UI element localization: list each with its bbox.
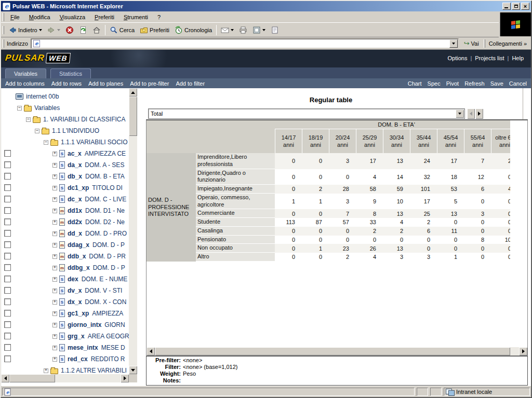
expander-plus-icon[interactable]: +	[52, 186, 57, 190]
tree-item-1-variabili-di-classifica[interactable]: −1. VARIABILI DI CLASSIFICA	[1, 114, 129, 125]
expander-minus-icon[interactable]: −	[17, 106, 22, 111]
expander-plus-icon[interactable]: +	[52, 254, 57, 259]
total-selector[interactable]: Total	[148, 108, 465, 119]
links-bar[interactable]: Collegamenti »	[487, 40, 529, 47]
address-field[interactable]: e	[31, 38, 459, 49]
expander-minus-icon[interactable]: −	[44, 140, 48, 145]
print-button[interactable]	[236, 24, 250, 36]
tree-item-dc1_xp[interactable]: +Sdc1_xpTITOLO DI	[1, 182, 129, 194]
tree-item-1-1-l-individuo[interactable]: −1.1 L'INDIVIDUO	[1, 125, 129, 136]
edit-button[interactable]	[268, 24, 282, 36]
next-plane-button[interactable]	[475, 108, 483, 119]
toolbar-grip[interactable]	[3, 39, 4, 48]
tree-item-giorno_intx[interactable]: +Sgiorno_intxGIORN	[1, 319, 129, 331]
tree-item-ddag_x[interactable]: +mddag_xDOM. D - P	[1, 239, 129, 251]
menu-item-modifica[interactable]: Modifica	[24, 12, 55, 22]
expander-plus-icon[interactable]: +	[52, 346, 57, 350]
tree-item-ddbg_x[interactable]: +mddbg_xDOM. D - P	[1, 262, 129, 273]
menu-item-strumenti[interactable]: Strumenti	[119, 12, 153, 22]
tree-item-gc1_xp[interactable]: +Sgc1_xpAMPIEZZA	[1, 308, 129, 319]
tree-item-red_cx[interactable]: +Sred_cxREDDITO R	[1, 353, 129, 365]
tree-vertical-scrollbar[interactable]	[129, 88, 137, 374]
variable-checkbox[interactable]	[4, 344, 11, 351]
refresh-button[interactable]	[76, 24, 90, 36]
menu-item-preferiti[interactable]: Preferiti	[90, 12, 119, 22]
toolbar-grip[interactable]	[3, 13, 4, 21]
tree-item-variables[interactable]: −Variables	[1, 102, 129, 114]
home-button[interactable]	[90, 24, 103, 36]
action-pivot[interactable]: Pivot	[446, 80, 459, 87]
action-cancel[interactable]: Cancel	[509, 80, 527, 87]
menu-item-item[interactable]: ?	[153, 12, 165, 22]
variable-checkbox[interactable]	[4, 150, 11, 157]
scroll-down-button[interactable]	[129, 366, 137, 374]
mail-button[interactable]	[218, 24, 236, 36]
table-horizontal-scrollbar[interactable]	[147, 347, 527, 355]
variable-checkbox[interactable]	[4, 184, 11, 191]
variable-checkbox[interactable]	[4, 276, 11, 282]
expander-plus-icon[interactable]: +	[52, 277, 57, 282]
expander-plus-icon[interactable]: +	[52, 357, 57, 362]
scrollbar-thumb[interactable]	[9, 374, 55, 382]
variable-checkbox[interactable]	[4, 196, 11, 202]
selector-dropdown-button[interactable]	[456, 109, 464, 118]
tree-item-1-1-2-altre-variabili[interactable]: +1.1.2 ALTRE VARIABILI	[1, 365, 129, 374]
menu-item-file[interactable]: File	[6, 12, 24, 22]
expander-plus-icon[interactable]: +	[52, 163, 57, 168]
header-link-help[interactable]: Help	[512, 55, 524, 61]
stop-button[interactable]	[63, 24, 76, 36]
scroll-left-button[interactable]	[1, 374, 9, 382]
tree-horizontal-scrollbar[interactable]	[1, 374, 129, 382]
variable-checkbox[interactable]	[4, 264, 11, 271]
action-refresh[interactable]: Refresh	[464, 80, 485, 87]
tab-variables[interactable]: Variables	[5, 68, 46, 79]
action-chart[interactable]: Chart	[408, 80, 422, 87]
expander-plus-icon[interactable]: +	[52, 243, 57, 248]
tree-item-dv_x[interactable]: +Sdv_xDOM. V - STI	[1, 285, 129, 296]
forward-button[interactable]	[45, 24, 63, 36]
menu-item-visualizza[interactable]: Visualizza	[55, 12, 90, 22]
tree-item-dc_x[interactable]: +Sdc_xDOM. C - LIVE	[1, 194, 129, 205]
expander-plus-icon[interactable]: +	[52, 197, 57, 202]
tree-item-dd_x[interactable]: +mdd_xDOM. D - PRO	[1, 228, 129, 239]
tab-statistics[interactable]: Statistics	[50, 68, 91, 79]
tree-item-internet-00b[interactable]: internet 00b	[1, 91, 129, 102]
scrollbar-thumb[interactable]	[129, 97, 137, 136]
tree-item-ac_x[interactable]: +Sac_xAMPIEZZA CE	[1, 148, 129, 159]
history-button[interactable]: Cronologia	[172, 24, 215, 36]
action-add-to-rows[interactable]: Add to rows	[51, 80, 82, 87]
toolbar-grip[interactable]	[484, 39, 485, 48]
action-add-to-planes[interactable]: Add to planes	[88, 80, 123, 87]
favorites-button[interactable]: Preferiti	[137, 24, 172, 36]
scroll-right-button[interactable]	[519, 347, 527, 355]
expander-plus-icon[interactable]: +	[52, 289, 57, 293]
expander-plus-icon[interactable]: +	[52, 334, 57, 339]
fullscreen-button[interactable]	[250, 24, 268, 36]
close-button[interactable]: ×	[521, 3, 529, 10]
search-button[interactable]: Cerca	[107, 24, 137, 36]
tree-item-mese_intx[interactable]: +Smese_intxMESE D	[1, 342, 129, 353]
restore-button[interactable]	[512, 3, 520, 10]
variable-checkbox[interactable]	[4, 310, 11, 317]
action-add-to-filter[interactable]: Add to filter	[176, 80, 205, 87]
scroll-left-button[interactable]	[147, 347, 155, 355]
expander-plus-icon[interactable]: +	[44, 368, 48, 373]
expander-plus-icon[interactable]: +	[52, 220, 57, 225]
expander-plus-icon[interactable]: +	[52, 323, 57, 327]
tree-item-dd2x[interactable]: +mdd2xDOM. D2 - Ne	[1, 216, 129, 228]
expander-plus-icon[interactable]: +	[52, 209, 57, 213]
prev-plane-button[interactable]	[467, 108, 475, 119]
expander-plus-icon[interactable]: +	[52, 266, 57, 270]
variable-checkbox[interactable]	[4, 321, 11, 328]
variable-checkbox[interactable]	[4, 355, 11, 362]
tree-item-1-1-1-variabili-socio[interactable]: −1.1.1 VARIABILI SOCIO	[1, 136, 129, 148]
variable-checkbox[interactable]	[4, 161, 11, 168]
expander-plus-icon[interactable]: +	[52, 174, 57, 179]
address-input[interactable]	[42, 40, 458, 47]
variable-checkbox[interactable]	[4, 241, 11, 248]
variable-checkbox[interactable]	[4, 173, 11, 180]
variable-checkbox[interactable]	[4, 253, 11, 259]
tree-item-da_x[interactable]: +Sda_xDOM. A - SES	[1, 159, 129, 171]
action-add-to-pre-filter[interactable]: Add to pre-filter	[130, 80, 169, 87]
header-link-projects-list[interactable]: Projects list	[475, 55, 504, 61]
